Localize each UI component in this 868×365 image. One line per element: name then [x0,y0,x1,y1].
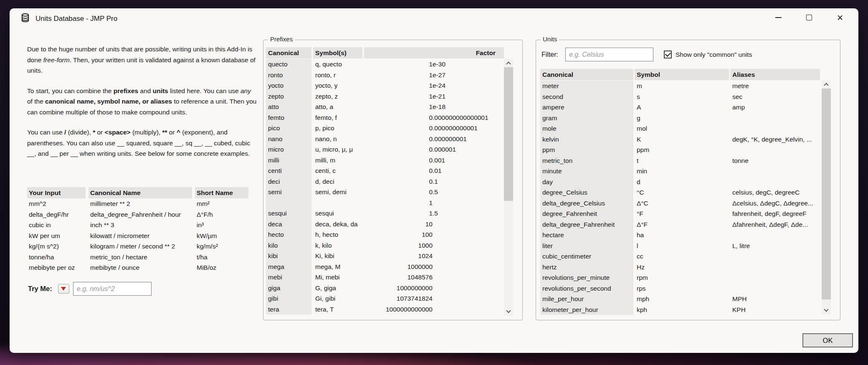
unit-row[interactable]: ampereAamp [540,102,820,113]
unit-row[interactable]: cubic_centimetercc [540,251,820,262]
unit-row[interactable]: mile_per_hourmphMPH [540,294,820,304]
prefix-row[interactable]: semisemi, demi0.5 [266,187,504,198]
example-short-name: in³ [195,220,248,231]
prefix-symbols: milli, m [313,155,362,166]
prefix-row[interactable]: nanonano, n0.000000001 [266,134,504,144]
unit-aliases [730,230,820,241]
unit-row[interactable]: molemol [540,123,820,134]
close-icon: × [837,15,843,20]
prefix-row[interactable]: decid, deci0.1 [266,176,504,187]
close-button[interactable]: × [834,12,846,23]
prefix-row[interactable]: femtofemto, f0.000000000000001 [266,112,504,123]
unit-row[interactable]: hectareha [540,230,820,241]
prefix-row[interactable]: megamega, M1000000 [266,261,504,272]
prefix-symbols: h, hecto [313,229,362,240]
unit-aliases: tonne [730,155,820,166]
unit-row[interactable]: degree_Celsius°Ccelsius, degC, degreeC [540,187,820,198]
prefix-row[interactable]: decadeca, deka, da10 [266,219,504,230]
unit-aliases: Δcelsius, ΔdegC, Δdegree... [730,198,820,209]
minimize-button[interactable] [772,12,784,23]
prefix-canonical: sesqui [266,208,311,219]
unit-row[interactable]: metermmetre [540,81,820,91]
prefix-factor: 1.5 [364,208,504,219]
ok-button[interactable]: OK [802,333,853,347]
prefix-row[interactable]: teratera, T1000000000000 [266,304,504,315]
unit-row[interactable]: secondssec [540,91,820,102]
prefix-row[interactable]: gibiGi, gibi1073741824 [266,293,504,304]
prefixes-scroll-down-button[interactable] [504,307,513,316]
prefix-row[interactable]: yoctoyocto, y1e-24 [266,80,504,91]
prefix-symbols: yocto, y [313,80,362,91]
unit-symbol: ppm [635,144,729,155]
prefix-factor: 1e-27 [364,70,504,81]
prefix-row[interactable]: centicenti, c0.01 [266,165,504,176]
prefix-factor: 1048576 [364,272,504,283]
prefix-row[interactable]: 1 [266,198,504,208]
prefix-row[interactable]: gigaG, giga1000000000 [266,283,504,294]
maximize-button[interactable] [803,12,815,23]
prefix-row[interactable]: kilok, kilo1000 [266,240,504,251]
unit-symbol: K [635,134,729,145]
units-scrollbar[interactable] [822,80,831,314]
unit-canonical: revolutions_per_second [540,283,633,294]
unit-row[interactable]: dayd [540,177,820,188]
prefixes-scroll-up-button[interactable] [504,59,513,67]
unit-row[interactable]: revolutions_per_minuterpm [540,272,820,283]
unit-row[interactable]: kilometer_per_hourkphKPH [540,304,820,315]
unit-canonical: second [540,91,633,102]
prefix-row[interactable]: sesquisesqui1.5 [266,208,504,219]
units-scrollbar-thumb[interactable] [822,89,831,299]
unit-row[interactable]: minutemin [540,166,820,177]
example-your-input: mm^2 [27,198,86,209]
try-me-input[interactable] [73,282,152,296]
prefix-canonical: gibi [266,293,311,304]
prefix-symbols: nano, n [313,134,362,144]
prefixes-scrollbar[interactable] [504,59,513,316]
prefix-row[interactable]: rontoronto, r1e-27 [266,70,504,81]
show-common-units-checkbox[interactable] [664,51,672,58]
unit-canonical: minute [540,166,633,177]
unit-row[interactable]: metric_tonttonne [540,155,820,166]
prefix-row[interactable]: kibiKi, kibi1024 [266,251,504,261]
units-scroll-down-button[interactable] [822,306,831,314]
unit-canonical: delta_degree_Fahrenheit [540,219,633,230]
unit-canonical: kilometer_per_hour [540,304,633,315]
prefix-row[interactable]: mebiMi, mebi1048576 [266,272,504,283]
unit-row[interactable]: revolutions_per_secondrps [540,283,820,294]
units-scroll-up-button[interactable] [822,80,831,89]
prefix-factor: 1000000000000 [364,304,504,315]
prefixes-scrollbar-thumb[interactable] [504,67,513,201]
unit-row[interactable]: delta_degree_FahrenheitΔ°FΔfahrenheit, Δ… [540,219,820,230]
prefix-canonical: ronto [266,70,311,81]
unit-symbol: ha [635,230,729,241]
prefix-row[interactable]: microu, micro, µ, μ0.000001 [266,144,504,155]
prefix-symbols: Mi, mebi [313,272,362,283]
unit-row[interactable]: ppmppm [540,144,820,155]
unit-row[interactable]: delta_degree_CelsiusΔ°CΔcelsius, ΔdegC, … [540,198,820,209]
unit-row[interactable]: kelvinKdegK, °K, degree_Kelvin, ... [540,134,820,145]
prefix-row[interactable]: hectoh, hecto100 [266,229,504,240]
chevron-down-icon [824,307,828,312]
prefix-row[interactable]: zeptozepto, z1e-21 [266,91,504,102]
example-your-input: kg/(m s^2) [27,241,86,252]
try-me-history-button[interactable] [58,284,69,294]
unit-row[interactable]: literlL, litre [540,241,820,251]
prefix-factor: 1000000000 [364,283,504,294]
unit-aliases [730,123,820,134]
unit-row[interactable]: hertzHz [540,262,820,273]
example-short-name: Δ°F/h [195,209,248,220]
prefix-symbols: sesqui [313,208,362,219]
prefix-row[interactable]: quectoq, quecto1e-30 [266,59,504,70]
prefix-row[interactable]: picop, pico0.000000000001 [266,123,504,134]
filter-input[interactable] [565,48,653,61]
unit-row[interactable]: gramg [540,113,820,124]
unit-row[interactable]: degree_Fahrenheit°Ffahrenheit, degF, deg… [540,208,820,219]
prefix-row[interactable]: attoatto, a1e-18 [266,101,504,112]
unit-canonical: hectare [540,230,633,241]
prefix-symbols: k, kilo [313,240,362,251]
prefix-row[interactable]: millimilli, m0.001 [266,155,504,166]
prefix-symbols: p, pico [313,123,362,134]
minimize-icon [775,17,782,18]
unit-symbol: cc [635,251,729,262]
prefix-symbols: q, quecto [313,59,362,70]
